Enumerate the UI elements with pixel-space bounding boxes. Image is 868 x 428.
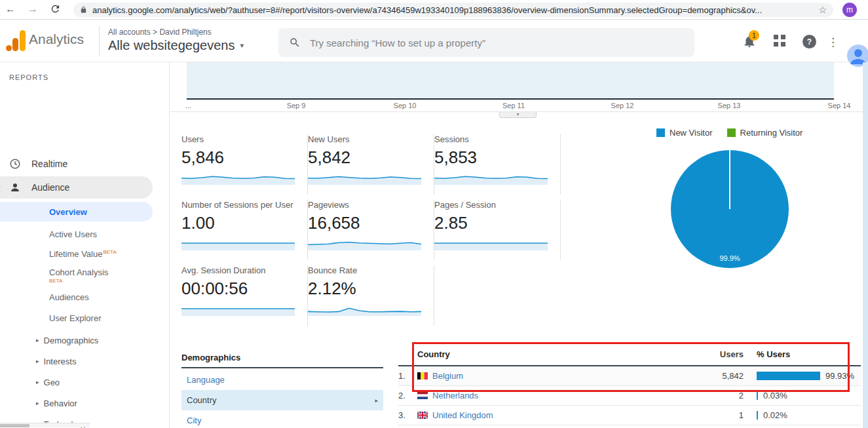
scrollbar-thumb[interactable] <box>0 424 29 427</box>
demographics-item-language[interactable]: Language <box>181 370 383 390</box>
address-bar[interactable]: analytics.google.com/analytics/web/?auth… <box>73 3 833 17</box>
country-table: Country Users % Users 1. Belgium 5,842 9… <box>398 349 861 425</box>
metric-label: Pageviews <box>308 200 422 210</box>
sidebar-item-behavior[interactable]: ▸ Behavior <box>0 393 157 414</box>
item-label: City <box>187 416 201 425</box>
metric-label: Sessions <box>434 134 548 144</box>
overflow-menu-button[interactable]: ⋮ <box>827 35 843 51</box>
sidebar-item-label: Lifetime ValueBETA <box>49 249 117 259</box>
sidebar-item-label: Audience <box>31 182 69 193</box>
sidebar-item-overview[interactable]: Overview <box>0 202 153 222</box>
metric-card-sessions-per-user[interactable]: Number of Sessions per User 1.00 <box>181 200 308 260</box>
table-row-netherlands[interactable]: 2. Netherlands 2 0.03% <box>398 386 861 406</box>
timeline-axis-line <box>187 98 834 100</box>
visitor-pie-chart[interactable]: 99.9% <box>670 149 790 269</box>
column-header-country[interactable]: Country <box>417 349 666 359</box>
browser-profile-avatar[interactable]: m <box>842 3 857 17</box>
sidebar-horizontal-scrollbar[interactable] <box>0 423 90 427</box>
sparkline-chart <box>181 302 295 316</box>
metric-value: 5,846 <box>181 147 295 168</box>
column-header-pct-users[interactable]: % Users <box>757 349 790 359</box>
metric-value: 16,658 <box>308 213 422 233</box>
sparkline-chart <box>434 170 548 185</box>
sidebar-item-user-explorer[interactable]: User Explorer <box>0 309 153 327</box>
sidebar-item-realtime[interactable]: ▸ Realtime <box>0 154 153 174</box>
sidebar-item-label: Behavior <box>44 399 77 408</box>
country-link[interactable]: Netherlands <box>432 391 478 400</box>
row-rank: 2. <box>398 391 417 400</box>
pct-users-bar <box>757 411 758 419</box>
lock-icon <box>80 5 87 14</box>
metric-card-avg-session-duration[interactable]: Avg. Session Duration 00:00:56 <box>181 265 308 326</box>
browser-forward-button[interactable]: → <box>28 3 41 16</box>
pct-users-value: 0.02% <box>763 410 787 420</box>
legend-item-new-visitor[interactable]: New Visitor <box>656 128 713 138</box>
axis-tick: ... <box>185 102 191 109</box>
help-button[interactable]: ? <box>802 35 818 50</box>
expand-arrow-icon: ▸ <box>375 397 378 404</box>
sidebar-item-label: Demographics <box>44 336 99 345</box>
sidebar-item-demographics[interactable]: ▸ Demographics <box>0 330 157 351</box>
sparkline-chart <box>181 236 295 250</box>
metric-value: 00:00:56 <box>181 279 295 299</box>
country-link[interactable]: Belgium <box>432 371 463 381</box>
axis-tick: Sep 13 <box>718 102 741 109</box>
metric-label: Pages / Session <box>434 200 548 210</box>
annotations-drawer-toggle[interactable]: ▾ <box>499 112 537 118</box>
legend-label: Returning Visitor <box>740 128 803 138</box>
search-input[interactable] <box>310 37 684 49</box>
apps-grid-button[interactable] <box>773 34 789 50</box>
country-link[interactable]: United Kingdom <box>432 410 493 420</box>
sidebar-item-label: Overview <box>49 207 87 217</box>
pct-users-value: 99.93% <box>825 371 854 381</box>
pie-data-label: 99.9% <box>719 254 740 262</box>
metric-card-pages-per-session[interactable]: Pages / Session 2.85 <box>434 200 561 260</box>
sidebar-item-label: Realtime <box>31 159 67 169</box>
column-header-users[interactable]: Users <box>666 349 744 359</box>
analytics-logo-icon[interactable] <box>5 29 28 55</box>
axis-tick: Sep 11 <box>502 102 525 109</box>
notifications-button[interactable]: 1 <box>742 34 758 50</box>
sidebar-item-label: Geo <box>44 378 60 387</box>
table-row-belgium[interactable]: 1. Belgium 5,842 99.93% <box>398 366 861 386</box>
metric-card-new-users[interactable]: New Users 5,842 <box>308 134 434 195</box>
demographics-panel: Demographics Language Country ▸ City <box>181 353 383 428</box>
demographics-item-country[interactable]: Country ▸ <box>181 390 383 410</box>
legend-item-returning-visitor[interactable]: Returning Visitor <box>727 128 803 138</box>
metric-card-users[interactable]: Users 5,846 <box>181 134 308 195</box>
sidebar-item-audiences[interactable]: Audiences <box>0 288 153 306</box>
metric-card-pageviews[interactable]: Pageviews 16,658 <box>308 200 434 260</box>
bookmark-star-icon[interactable]: ☆ <box>818 5 827 15</box>
sidebar-item-active-users[interactable]: Active Users <box>0 225 153 243</box>
axis-tick: Sep 9 <box>287 102 306 109</box>
sidebar-item-label: Interests <box>44 357 77 366</box>
sidebar-item-geo[interactable]: ▸ Geo <box>0 372 157 393</box>
sparkline-chart <box>308 170 421 185</box>
vertical-scrollbar[interactable] <box>863 62 868 428</box>
property-selector[interactable]: Alle websitegegevens ▾ <box>108 38 244 53</box>
sidebar-item-interests[interactable]: ▸ Interests <box>0 351 157 372</box>
legend-swatch-green <box>727 128 736 137</box>
demographics-item-city[interactable]: City <box>181 410 383 428</box>
app-header: Analytics All accounts > David Philtjens… <box>0 20 868 62</box>
sidebar-item-label: Audiences <box>49 292 89 302</box>
sidebar-item-lifetime-value[interactable]: Lifetime ValueBETA <box>0 245 153 263</box>
metric-label: New Users <box>308 134 422 144</box>
account-breadcrumb[interactable]: All accounts > David Philtjens <box>108 28 212 37</box>
browser-back-button[interactable]: ← <box>5 3 18 16</box>
item-label: Country <box>187 395 217 405</box>
metric-card-bounce-rate[interactable]: Bounce Rate 2.12% <box>308 265 434 326</box>
axis-tick: Sep 14 <box>828 102 851 109</box>
metric-value: 5,842 <box>308 147 422 168</box>
sidebar-item-label: User Explorer <box>49 313 101 323</box>
users-value: 5,842 <box>666 371 744 381</box>
metric-card-sessions[interactable]: Sessions 5,853 <box>434 134 561 195</box>
browser-reload-button[interactable] <box>50 3 63 16</box>
row-rank: 1. <box>398 371 417 381</box>
metric-value: 5,853 <box>434 147 548 168</box>
search-bar[interactable] <box>278 28 694 57</box>
sidebar-item-label: Active Users <box>49 229 97 239</box>
table-row-united-kingdom[interactable]: 3. United Kingdom 1 0.02% <box>398 406 861 425</box>
sidebar-item-audience[interactable]: ▾ Audience <box>0 176 153 199</box>
header-divider <box>99 26 100 56</box>
